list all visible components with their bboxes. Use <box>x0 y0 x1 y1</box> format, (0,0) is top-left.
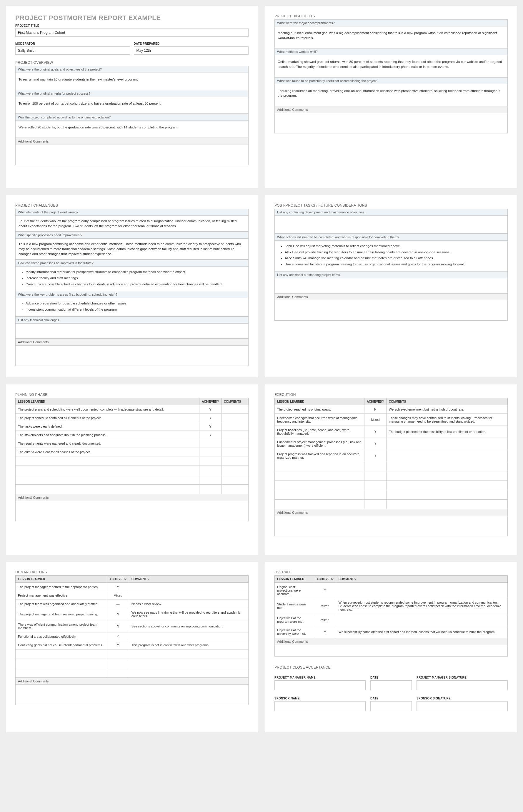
highlights-additional-box[interactable] <box>274 113 508 133</box>
comments-cell[interactable]: See sections above for comments on impro… <box>129 620 248 632</box>
lesson-cell[interactable]: Unexpected changes that occurred were of… <box>275 414 364 426</box>
comments-cell[interactable]: Needs further review. <box>129 600 248 608</box>
comments-cell[interactable]: We achieved enrollment but had a high dr… <box>386 405 507 414</box>
achieved-cell[interactable]: Mixed <box>107 591 129 600</box>
comments-cell[interactable] <box>221 439 249 448</box>
lesson-cell[interactable]: The stakeholders had adequate input in t… <box>16 431 199 439</box>
comments-cell[interactable]: When surveyed, most students recommended… <box>336 598 507 614</box>
highlights-title: PROJECT HIGHLIGHTS <box>274 14 508 18</box>
lesson-cell[interactable]: Objectives of the university were met. <box>275 626 314 638</box>
achieved-cell[interactable]: Y <box>199 431 221 439</box>
human-additional-box[interactable] <box>15 684 249 705</box>
lesson-cell[interactable]: The requirements were gathered and clear… <box>16 439 199 448</box>
lesson-cell[interactable]: There was efficient communication among … <box>16 620 107 632</box>
postproject-q1: List any continuing development and main… <box>274 209 508 234</box>
comments-cell[interactable] <box>336 583 507 598</box>
achieved-cell[interactable]: Y <box>364 450 386 462</box>
overall-additional-box[interactable] <box>274 645 508 657</box>
achieved-cell[interactable]: — <box>107 600 129 608</box>
moderator-input[interactable]: Sally Smith <box>15 46 130 55</box>
comments-cell[interactable]: We successfully completed the first coho… <box>336 626 507 638</box>
postproject-additional-box[interactable] <box>274 300 508 321</box>
sponsor-sig-label: SPONSOR SIGNATURE <box>416 697 508 700</box>
comments-cell[interactable]: These changes may have contributed to st… <box>386 414 507 426</box>
achieved-cell[interactable]: Y <box>199 422 221 431</box>
lesson-cell[interactable]: Project progress was tracked and reporte… <box>275 450 364 462</box>
comments-cell[interactable] <box>221 414 249 422</box>
achieved-cell[interactable]: Y <box>364 438 386 450</box>
achieved-cell[interactable]: Y <box>107 583 129 591</box>
overview-additional-box[interactable] <box>15 145 249 165</box>
comments-cell[interactable] <box>386 450 507 462</box>
lesson-cell[interactable]: The project plans and scheduling were we… <box>16 405 199 414</box>
sponsor-date-input[interactable] <box>370 701 412 711</box>
achieved-cell[interactable] <box>199 448 221 456</box>
overview-q3: Was the project completed according to t… <box>15 114 249 138</box>
sponsor-name-input[interactable] <box>274 701 366 711</box>
lesson-cell[interactable]: Original cost projections were accurate. <box>275 583 314 598</box>
lesson-cell[interactable]: The tasks were clearly defined. <box>16 422 199 431</box>
pm-date-input[interactable] <box>370 680 412 690</box>
lesson-cell[interactable]: Project management was effective. <box>16 591 107 600</box>
achieved-cell[interactable]: N <box>107 620 129 632</box>
lesson-cell[interactable]: Objectives of the program were met. <box>275 614 314 626</box>
lesson-cell[interactable]: Functional areas collaborated effectivel… <box>16 632 107 641</box>
achieved-cell[interactable]: Y <box>107 641 129 649</box>
comments-cell[interactable] <box>221 422 249 431</box>
achieved-cell[interactable]: Mixed <box>314 598 336 614</box>
lesson-cell[interactable]: Fundamental project management processes… <box>275 438 364 450</box>
comments-cell[interactable] <box>129 583 248 591</box>
lesson-cell[interactable]: The project manager and team received pr… <box>16 608 107 620</box>
comments-cell[interactable] <box>129 632 248 641</box>
comments-cell[interactable]: We now see gaps in training that will be… <box>129 608 248 620</box>
achieved-cell[interactable]: N <box>107 608 129 620</box>
comments-cell[interactable] <box>129 591 248 600</box>
lesson-cell[interactable]: The project schedule contained all eleme… <box>16 414 199 422</box>
achieved-cell[interactable]: Y <box>199 405 221 414</box>
project-title-input[interactable]: First Master's Program Cohort <box>15 29 249 37</box>
postproject-q2: What actions still need to be completed,… <box>274 234 508 271</box>
execution-additional-box[interactable] <box>274 516 508 536</box>
overview-q1: What were the original goals and objecti… <box>15 66 249 90</box>
table-row <box>16 466 249 475</box>
lesson-cell[interactable]: The project team was organized and adequ… <box>16 600 107 608</box>
page-7: HUMAN FACTORS LESSON LEARNED ACHIEVED? C… <box>6 562 258 732</box>
pm-sig-input[interactable] <box>416 680 508 690</box>
achieved-cell[interactable]: Y <box>314 626 336 638</box>
achieved-cell[interactable]: Y <box>314 583 336 598</box>
table-row <box>275 499 508 509</box>
achieved-cell[interactable] <box>199 439 221 448</box>
lesson-cell[interactable]: Project baselines (i.e., time, scope, an… <box>275 426 364 438</box>
comments-cell[interactable] <box>221 431 249 439</box>
comments-cell[interactable] <box>221 405 249 414</box>
lesson-cell[interactable]: Student needs were met. <box>275 598 314 614</box>
planning-additional-box[interactable] <box>15 501 249 521</box>
lesson-cell[interactable]: The project reached its original goals. <box>275 405 364 414</box>
comments-cell[interactable]: This program is not in conflict with our… <box>129 641 248 649</box>
achieved-cell[interactable]: Y <box>107 632 129 641</box>
achieved-cell[interactable]: N <box>364 405 386 414</box>
date-prepared-input[interactable]: May 12th <box>134 46 249 55</box>
lesson-cell[interactable]: The project manager reported to the appr… <box>16 583 107 591</box>
achieved-cell[interactable]: Mixed <box>314 614 336 626</box>
pm-name-input[interactable] <box>274 680 366 690</box>
planning-additional-label: Additional Comments <box>15 494 249 501</box>
table-row: Project progress was tracked and reporte… <box>275 450 508 462</box>
achieved-cell[interactable]: Y <box>199 414 221 422</box>
human-table: LESSON LEARNED ACHIEVED? COMMENTS The pr… <box>15 575 249 678</box>
lesson-cell[interactable]: Conflicting goals did not cause interdep… <box>16 641 107 649</box>
achieved-cell[interactable]: Mixed <box>364 414 386 426</box>
comments-cell[interactable] <box>336 614 507 626</box>
comments-cell[interactable]: The budget planned for the possibility o… <box>386 426 507 438</box>
table-row: The stakeholders had adequate input in t… <box>16 431 249 439</box>
comments-cell[interactable] <box>221 448 249 456</box>
sponsor-sig-input[interactable] <box>416 701 508 711</box>
comments-cell[interactable] <box>386 438 507 450</box>
challenges-additional-box[interactable] <box>15 345 249 366</box>
lesson-cell[interactable]: The criteria were clear for all phases o… <box>16 448 199 456</box>
challenges-q5: List any technical challenges. <box>15 317 249 339</box>
human-title: HUMAN FACTORS <box>15 570 249 574</box>
achieved-cell[interactable]: Y <box>364 426 386 438</box>
list-item: Alice Smith will manage the meeting cale… <box>285 256 504 261</box>
list-item: Increase faculty and staff meetings. <box>25 276 245 281</box>
